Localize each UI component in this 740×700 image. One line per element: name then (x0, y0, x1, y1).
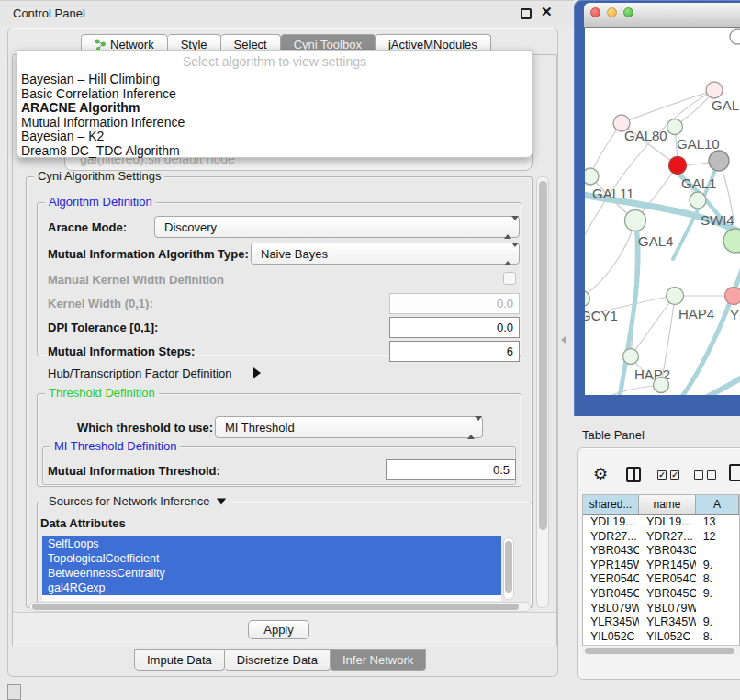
close-traffic-light-icon[interactable] (590, 7, 600, 17)
settings-hscrollbar-thumb[interactable] (32, 604, 519, 610)
select-all-checkbox-icon[interactable]: ✓ (670, 470, 679, 480)
network-edge[interactable] (631, 296, 675, 356)
column-browser-icon[interactable] (626, 467, 641, 482)
gear-icon[interactable]: ⚙ (593, 464, 608, 484)
tab-infer-network[interactable]: Infer Network (331, 649, 426, 671)
table-cell: YER054C (639, 572, 696, 587)
table-row[interactable]: YER054CYER054C8. (583, 572, 739, 587)
dpi-tolerance-field[interactable]: 0.0 (389, 317, 520, 338)
table-cell: 8. (696, 572, 739, 587)
network-node[interactable] (709, 151, 729, 171)
network-node[interactable] (730, 29, 740, 44)
network-node-y[interactable] (725, 288, 740, 305)
network-node-gcy1[interactable] (585, 291, 590, 307)
tab-discretize-data[interactable]: Discretize Data (225, 649, 331, 671)
table-hscrollbar-thumb[interactable] (585, 648, 734, 654)
network-window-titlebar[interactable] (584, 3, 740, 28)
attribute-item[interactable]: BetweennessCentrality (42, 566, 501, 581)
network-node-swi4[interactable] (690, 192, 706, 209)
network-edge-thick[interactable] (690, 375, 740, 395)
network-node-label: GAL10 (677, 136, 720, 152)
column-header-name[interactable]: name (639, 495, 696, 514)
algorithm-option[interactable]: Basic Correlation Inference (21, 87, 185, 102)
hub-section-label[interactable]: Hub/Transcription Factor Definition (48, 367, 231, 380)
algorithm-option[interactable]: Bayesian – K2 (21, 130, 185, 144)
network-view-canvas[interactable]: GALGAL80GAL10GAL1GAL11SWI4GAL4GCY1HAP4YH… (585, 28, 740, 395)
attributes-scrollbar[interactable] (503, 537, 514, 600)
mi-steps-field[interactable]: 6 (389, 341, 520, 362)
network-node-gal10[interactable] (667, 119, 683, 135)
table-row[interactable]: YPR145WYPR145W9. (583, 559, 739, 573)
table-row[interactable]: YBR043CYBR043C (583, 544, 739, 559)
which-threshold-combo[interactable]: MI Threshold (215, 416, 483, 438)
table-hscrollbar[interactable] (582, 645, 740, 655)
table-panel-title: Table Panel (582, 428, 645, 442)
column-header-shared[interactable]: shared... (583, 495, 639, 514)
network-node-gal4[interactable] (625, 210, 646, 231)
sources-title-wrap[interactable]: Sources for Network Inference (45, 494, 230, 508)
close-icon[interactable]: ✕ (541, 4, 553, 20)
network-node-gal1[interactable] (669, 157, 687, 175)
deselect-all-checkbox-icon[interactable] (707, 470, 716, 480)
expand-arrow-icon[interactable] (253, 367, 261, 378)
algorithm-option[interactable]: ARACNE Algorithm (21, 101, 185, 116)
settings-scrollbar[interactable] (536, 176, 549, 608)
table-row[interactable]: YBL079WYBL079W (583, 602, 739, 616)
network-node-label: GAL (712, 97, 739, 113)
export-table-icon[interactable] (729, 464, 740, 481)
table-row[interactable]: YIL052CYIL052C8. (583, 630, 739, 645)
bottom-tab-bar: Impute DataDiscretize DataInfer Network (134, 649, 426, 671)
collapse-arrow-icon[interactable] (216, 498, 225, 504)
data-attributes-list[interactable]: SelfLoopsTopologicalCoefficientBetweenne… (42, 536, 501, 601)
attribute-item[interactable]: TopologicalCoefficient (42, 551, 501, 566)
minimize-traffic-light-icon[interactable] (607, 7, 617, 17)
table-row[interactable]: YDL19...YDL19...13 (583, 515, 739, 530)
splitter-collapse-icon[interactable] (561, 335, 566, 344)
settings-hscrollbar[interactable] (29, 602, 531, 612)
select-all-checkbox-icon[interactable]: ✓ (657, 470, 667, 480)
manual-kernel-checkbox[interactable] (503, 272, 516, 285)
mi-algorithm-type-label: Mutual Information Algorithm Type: (48, 247, 249, 261)
attribute-item[interactable]: gal4RGexp (42, 581, 501, 595)
column-header-A[interactable]: A (696, 495, 739, 514)
deselect-all-checkbox-icon[interactable] (694, 470, 703, 480)
table-cell: YBR045C (583, 587, 639, 602)
tab-impute-data[interactable]: Impute Data (134, 649, 225, 671)
table-row[interactable]: YLR345WYLR345W9. (583, 615, 739, 630)
network-node-gal[interactable] (706, 82, 723, 98)
network-node[interactable] (723, 229, 740, 253)
mi-algorithm-type-combo[interactable]: Naive Bayes (251, 243, 520, 265)
mi-threshold-field[interactable]: 0.5 (386, 459, 516, 480)
network-edge[interactable] (585, 90, 714, 248)
algorithm-option[interactable]: Bayesian – Hill Climbing (21, 73, 185, 87)
algorithm-placeholder: Select algorithm to view settings (17, 54, 532, 69)
dock-panel-icon[interactable] (7, 684, 21, 700)
network-node-label: HAP4 (678, 306, 714, 322)
zoom-traffic-light-icon[interactable] (623, 7, 633, 17)
network-edge[interactable] (585, 220, 635, 299)
network-node-label: SWI4 (701, 212, 734, 228)
table-cell: 12 (696, 530, 739, 545)
kernel-width-field[interactable]: 0.0 (389, 293, 520, 314)
network-edge[interactable] (622, 90, 714, 123)
network-node-hap2[interactable] (623, 349, 639, 365)
network-edge-thick[interactable] (666, 255, 740, 395)
network-edge[interactable] (590, 123, 622, 176)
network-node-label: GCY1 (585, 308, 618, 323)
network-node[interactable] (654, 378, 669, 393)
table-cell (696, 602, 739, 616)
algorithm-option[interactable]: Mutual Information Inference (21, 116, 185, 130)
table-cell: YBL079W (583, 602, 639, 616)
network-node-hap4[interactable] (667, 288, 684, 305)
table-row[interactable]: YDR27...YDR27...12 (583, 530, 739, 545)
settings-scrollbar-thumb[interactable] (539, 181, 547, 530)
apply-button[interactable]: Apply (248, 620, 309, 639)
algorithm-option[interactable]: Dream8 DC_TDC Algorithm (21, 144, 185, 159)
attributes-scrollbar-thumb[interactable] (505, 541, 512, 593)
float-window-icon[interactable] (521, 8, 532, 19)
attribute-item[interactable]: SelfLoops (42, 536, 501, 551)
aracne-mode-combo[interactable]: Discovery (154, 216, 520, 238)
node-table: shared...nameA YDL19...YDL19...13YDR27..… (582, 494, 740, 645)
table-row[interactable]: YBR045CYBR045C9. (583, 587, 739, 602)
network-node-gal11[interactable] (585, 168, 599, 185)
